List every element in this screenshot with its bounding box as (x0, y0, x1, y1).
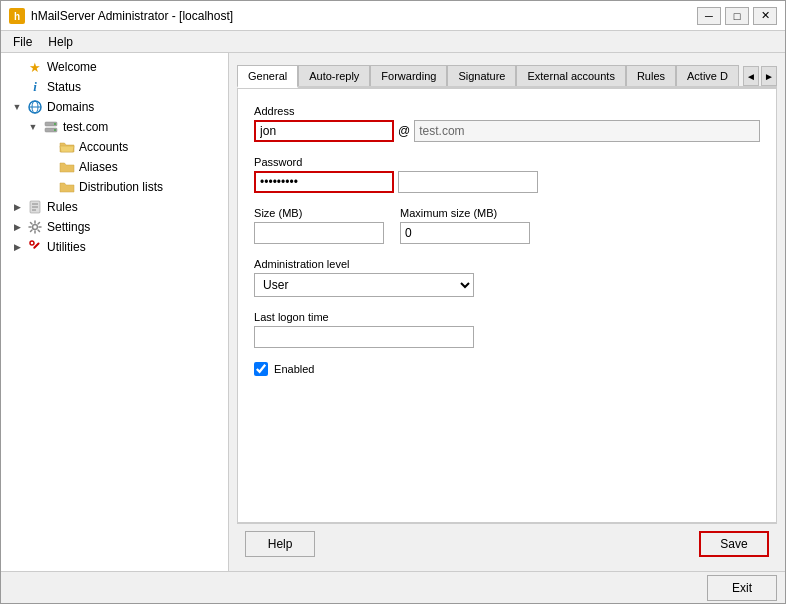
expand-rules: ▶ (9, 199, 25, 215)
size-input[interactable] (254, 222, 384, 244)
password-confirm-input[interactable] (398, 171, 538, 193)
address-input[interactable] (254, 120, 394, 142)
sidebar: ★ Welcome i Status ▼ Domains (1, 53, 229, 571)
svg-point-7 (54, 123, 56, 125)
expand-status (9, 79, 25, 95)
password-section: Password (254, 156, 760, 193)
lastlogon-section: Last logon time (254, 311, 760, 348)
maxsize-input[interactable] (400, 222, 530, 244)
address-row: @ test.com (254, 120, 760, 142)
menu-bar: File Help (1, 31, 785, 53)
domain-display: test.com (414, 120, 760, 142)
adminlevel-select[interactable]: User Administrator (254, 273, 474, 297)
sidebar-label-aliases: Aliases (79, 160, 118, 174)
sidebar-item-domains[interactable]: ▼ Domains (1, 97, 228, 117)
sidebar-item-settings[interactable]: ▶ Settings (1, 217, 228, 237)
sidebar-label-testcom: test.com (63, 120, 108, 134)
sidebar-label-domains: Domains (47, 100, 94, 114)
expand-utilities: ▶ (9, 239, 25, 255)
tab-scroll-right[interactable]: ► (761, 66, 777, 86)
expand-distributionlists (41, 179, 57, 195)
sidebar-item-aliases[interactable]: Aliases (1, 157, 228, 177)
password-label: Password (254, 156, 760, 168)
lastlogon-label: Last logon time (254, 311, 760, 323)
maxsize-label: Maximum size (MB) (400, 207, 530, 219)
exit-button[interactable]: Exit (707, 575, 777, 601)
minimize-button[interactable]: ─ (697, 7, 721, 25)
sidebar-item-distributionlists[interactable]: Distribution lists (1, 177, 228, 197)
password-input[interactable] (254, 171, 394, 193)
size-section: Size (MB) Maximum size (MB) (254, 207, 760, 244)
svg-text:h: h (14, 11, 20, 22)
folder-dist-icon (59, 180, 75, 194)
adminlevel-section: Administration level User Administrator (254, 258, 760, 297)
tab-scroll: ◄ ► (743, 66, 777, 86)
tab-general[interactable]: General (237, 65, 298, 88)
expand-aliases (41, 159, 57, 175)
tab-rules[interactable]: Rules (626, 65, 676, 86)
password-row (254, 171, 760, 193)
tab-autoreply[interactable]: Auto-reply (298, 65, 370, 86)
sidebar-item-utilities[interactable]: ▶ Utilities (1, 237, 228, 257)
star-icon: ★ (27, 60, 43, 74)
lastlogon-input[interactable] (254, 326, 474, 348)
window-title: hMailServer Administrator - [localhost] (31, 9, 233, 23)
expand-settings: ▶ (9, 219, 25, 235)
at-sign: @ (398, 124, 410, 138)
sidebar-label-settings: Settings (47, 220, 90, 234)
main-panel: General Auto-reply Forwarding Signature … (229, 53, 785, 571)
tab-scroll-left[interactable]: ◄ (743, 66, 759, 86)
sidebar-label-rules: Rules (47, 200, 78, 214)
sidebar-item-status[interactable]: i Status (1, 77, 228, 97)
address-section: Address @ test.com (254, 105, 760, 142)
wrench-icon (27, 240, 43, 254)
sidebar-item-welcome[interactable]: ★ Welcome (1, 57, 228, 77)
sidebar-item-accounts[interactable]: Accounts (1, 137, 228, 157)
folder-open-icon (59, 140, 75, 154)
globe-icon (27, 100, 43, 114)
tab-bar: General Auto-reply Forwarding Signature … (237, 61, 777, 88)
size-row: Size (MB) Maximum size (MB) (254, 207, 760, 244)
maxsize-group: Maximum size (MB) (400, 207, 530, 244)
folder-aliases-icon (59, 160, 75, 174)
adminlevel-label: Administration level (254, 258, 760, 270)
svg-point-15 (30, 241, 34, 245)
size-label: Size (MB) (254, 207, 384, 219)
sidebar-label-welcome: Welcome (47, 60, 97, 74)
sidebar-label-distributionlists: Distribution lists (79, 180, 163, 194)
app-icon: h (9, 8, 25, 24)
expand-testcom: ▼ (25, 119, 41, 135)
title-bar-left: h hMailServer Administrator - [localhost… (9, 8, 233, 24)
window-controls: ─ □ ✕ (697, 7, 777, 25)
expand-accounts (41, 139, 57, 155)
help-button[interactable]: Help (245, 531, 315, 557)
tab-external-accounts[interactable]: External accounts (516, 65, 625, 86)
address-label: Address (254, 105, 760, 117)
sidebar-label-status: Status (47, 80, 81, 94)
expand-domains: ▼ (9, 99, 25, 115)
svg-point-13 (33, 225, 38, 230)
size-group: Size (MB) (254, 207, 384, 244)
close-button[interactable]: ✕ (753, 7, 777, 25)
expand-welcome (9, 59, 25, 75)
maximize-button[interactable]: □ (725, 7, 749, 25)
svg-point-8 (54, 129, 56, 131)
bottom-bar: Help Save (237, 523, 777, 563)
menu-file[interactable]: File (5, 33, 40, 51)
tab-forwarding[interactable]: Forwarding (370, 65, 447, 86)
sidebar-item-testcom[interactable]: ▼ test.com (1, 117, 228, 137)
content-area: ★ Welcome i Status ▼ Domains (1, 53, 785, 571)
tab-signature[interactable]: Signature (447, 65, 516, 86)
title-bar: h hMailServer Administrator - [localhost… (1, 1, 785, 31)
enabled-label: Enabled (274, 363, 314, 375)
sidebar-item-rules[interactable]: ▶ Rules (1, 197, 228, 217)
gear-icon (27, 220, 43, 234)
enabled-row: Enabled (254, 362, 760, 376)
tab-active-d[interactable]: Active D (676, 65, 739, 86)
enabled-checkbox[interactable] (254, 362, 268, 376)
tab-container: General Auto-reply Forwarding Signature … (237, 65, 739, 86)
save-button[interactable]: Save (699, 531, 769, 557)
very-bottom-bar: Exit (1, 571, 785, 603)
form-panel: Address @ test.com Password (237, 88, 777, 523)
menu-help[interactable]: Help (40, 33, 81, 51)
